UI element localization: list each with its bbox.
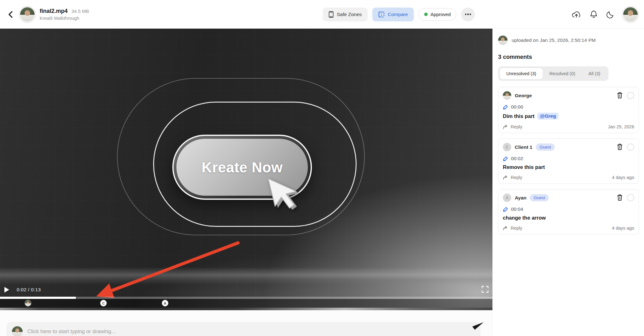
timeline-marker-row[interactable]: C A — [0, 299, 492, 308]
reply-button[interactable]: Reply — [503, 226, 522, 231]
timeline-marker-avatar[interactable] — [25, 300, 31, 306]
guest-badge: Guest — [536, 143, 555, 151]
tab-resolved[interactable]: Resolved (0) — [543, 68, 582, 79]
file-owner-avatar — [20, 7, 35, 22]
resolve-toggle[interactable] — [627, 143, 634, 151]
theme-toggle-button[interactable] — [606, 10, 614, 19]
comment-composer-bar — [0, 310, 492, 336]
comment-card[interactable]: C Client 1 Guest 00:02 Remove this part — [498, 138, 639, 184]
middle-pill-ring — [153, 102, 357, 227]
comments-list: George 00:00 Dim this part @Greg — [498, 87, 639, 234]
moon-icon — [606, 10, 614, 19]
timeline-marker[interactable]: C — [100, 300, 107, 306]
comment-card[interactable]: George 00:00 Dim this part @Greg — [498, 87, 639, 133]
comments-heading: 3 comments — [498, 53, 639, 60]
reply-icon — [503, 175, 508, 180]
notifications-button[interactable] — [590, 10, 597, 19]
timeline-marker[interactable]: A — [162, 300, 168, 306]
header-left: final2.mp4 34.5 MB Kreatli Walkthrough — [4, 0, 89, 29]
comment-text: change the arrow — [503, 215, 546, 221]
back-button[interactable] — [4, 8, 16, 20]
file-title-block: final2.mp4 34.5 MB Kreatli Walkthrough — [40, 8, 89, 21]
safe-zones-button[interactable]: Safe Zones — [323, 8, 368, 21]
comment-text: Remove this part — [503, 164, 545, 170]
header-right — [572, 0, 638, 29]
comment-author-avatar: C — [503, 143, 511, 151]
status-label: Approved — [430, 12, 451, 17]
app-window: final2.mp4 34.5 MB Kreatli Walkthrough S… — [0, 0, 644, 336]
status-dot-icon — [424, 13, 428, 16]
comment-author-avatar: A — [503, 193, 511, 202]
reply-button[interactable]: Reply — [503, 124, 522, 129]
compare-label: Compare — [388, 12, 408, 17]
comment-date: Jan 25, 2026 — [608, 124, 634, 129]
play-icon[interactable] — [4, 287, 9, 293]
upload-button[interactable] — [572, 10, 581, 19]
resolve-toggle[interactable] — [627, 194, 634, 201]
file-name: final2.mp4 — [40, 8, 68, 14]
project-name: Kreatli Walkthrough — [40, 16, 89, 21]
safe-zones-label: Safe Zones — [337, 12, 362, 17]
compare-button[interactable]: Compare — [372, 8, 414, 21]
video-player[interactable]: Kreate Now 0:02 / 0:13 C A — [0, 29, 492, 310]
send-icon — [472, 319, 484, 332]
comment-author-name: Client 1 — [515, 144, 532, 150]
cloud-upload-icon — [572, 10, 581, 19]
comment-composer[interactable] — [6, 322, 480, 336]
progress-bar[interactable] — [0, 297, 492, 299]
guest-badge: Guest — [530, 194, 549, 201]
account-avatar[interactable] — [623, 7, 638, 22]
tab-unresolved[interactable]: Unresolved (3) — [500, 68, 543, 79]
trash-icon — [617, 143, 623, 150]
trash-icon — [617, 194, 623, 201]
annotation-arrow — [0, 29, 492, 310]
chevron-left-icon — [8, 11, 13, 18]
file-size: 34.5 MB — [71, 8, 89, 14]
outer-pill-ring — [117, 78, 365, 235]
comment-timestamp[interactable]: 00:02 — [511, 156, 523, 161]
uploaded-text: uploaded on Jan 25, 2026, 2:50:14 PM — [512, 37, 596, 43]
fullscreen-icon — [481, 286, 489, 293]
tab-all[interactable]: All (3) — [582, 68, 607, 79]
uploaded-info-row: uploaded on Jan 25, 2026, 2:50:14 PM — [498, 36, 639, 45]
delete-comment-button[interactable] — [616, 143, 624, 151]
comment-timestamp[interactable]: 00:00 — [511, 104, 523, 110]
video-grid-backdrop — [0, 29, 492, 310]
comment-timestamp[interactable]: 00:04 — [511, 206, 523, 212]
trash-icon — [617, 92, 623, 99]
delete-comment-button[interactable] — [616, 92, 624, 99]
compare-icon — [378, 11, 385, 18]
timeline-scroll-strip[interactable] — [0, 308, 492, 310]
send-comment-button[interactable] — [472, 319, 484, 332]
header: final2.mp4 34.5 MB Kreatli Walkthrough S… — [0, 0, 644, 29]
video-floor-glow — [0, 267, 492, 285]
pen-annotation-icon — [503, 207, 508, 212]
resolve-toggle[interactable] — [627, 92, 634, 99]
fullscreen-button[interactable] — [480, 285, 490, 295]
mention-chip[interactable]: @Greg — [537, 113, 558, 120]
pen-annotation-icon — [503, 156, 508, 161]
video-cta-button: Kreate Now — [172, 135, 312, 200]
comment-author-name: George — [515, 93, 532, 98]
more-options-button[interactable] — [461, 8, 475, 21]
player-controls: 0:02 / 0:13 — [0, 284, 492, 295]
comment-author-avatar — [503, 91, 511, 100]
reply-button[interactable]: Reply — [503, 175, 522, 180]
cursor-pointer-graphic — [265, 169, 312, 219]
comment-text: Dim this part — [503, 113, 535, 119]
delete-comment-button[interactable] — [616, 194, 624, 202]
phone-icon — [329, 11, 334, 18]
status-badge[interactable]: Approved — [419, 8, 456, 21]
comments-filter-tabs: Unresolved (3) Resolved (0) All (3) — [498, 66, 608, 81]
ellipsis-icon — [465, 14, 467, 15]
comment-date: 4 days ago — [612, 226, 634, 231]
comment-input[interactable] — [27, 328, 475, 335]
comments-sidebar: uploaded on Jan 25, 2026, 2:50:14 PM 3 c… — [493, 29, 644, 336]
reply-icon — [503, 125, 508, 129]
reply-icon — [503, 226, 508, 231]
uploader-avatar — [498, 36, 508, 45]
time-display: 0:02 / 0:13 — [17, 287, 41, 293]
comment-card[interactable]: A Ayan Guest 00:04 change the arrow — [498, 189, 639, 234]
video-cta-text: Kreate Now — [202, 159, 283, 176]
comment-author-name: Ayan — [515, 195, 526, 201]
